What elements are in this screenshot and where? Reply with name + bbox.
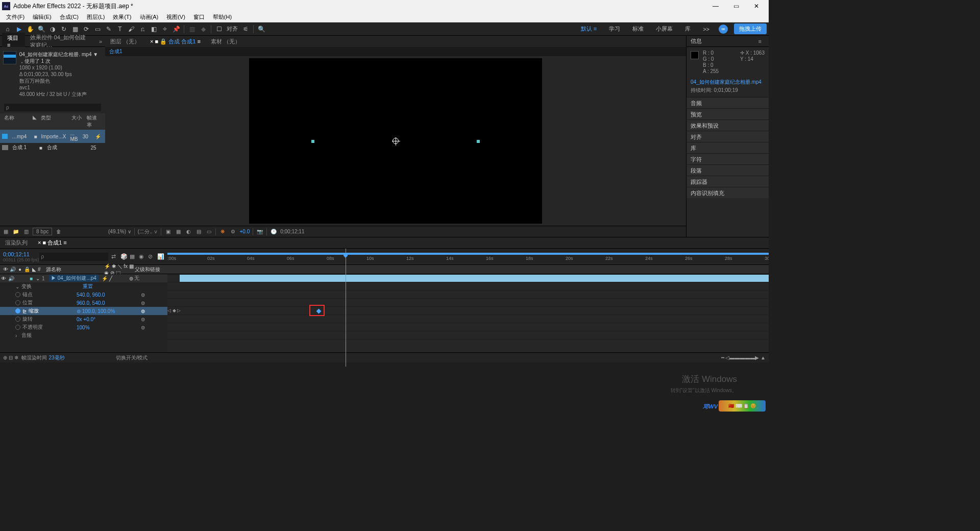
menu-edit[interactable]: 编辑(E) [29, 13, 56, 21]
comp-breadcrumb[interactable]: 合成1 [105, 47, 686, 56]
text-tool-icon[interactable]: T [115, 25, 125, 34]
project-panel-menu-icon[interactable]: » [96, 38, 105, 44]
project-item-video[interactable]: …mp4 ■ Importe...X ... MB 30 ⚡ [0, 130, 105, 143]
roi-icon[interactable]: ▣ [164, 228, 172, 235]
new-folder-icon[interactable]: 📁 [12, 228, 19, 235]
panel-audio[interactable]: 音频 [687, 97, 769, 108]
workspace-library[interactable]: 库 [682, 24, 694, 34]
workspace-small[interactable]: 小屏幕 [653, 24, 676, 34]
project-item-comp[interactable]: 合成 1 ■ 合成 25 [0, 143, 105, 152]
workspace-learn[interactable]: 学习 [606, 24, 623, 34]
panel-tracker[interactable]: 跟踪器 [687, 176, 769, 187]
tab-render-queue[interactable]: 渲染队列 [0, 237, 33, 248]
close-button[interactable]: ✕ [746, 0, 767, 12]
transform-handle-right[interactable] [477, 140, 480, 143]
menu-layer[interactable]: 图层(L) [83, 13, 109, 21]
interpret-icon[interactable]: ▦ [2, 228, 9, 235]
info-panel-tab[interactable]: 信息 ≡ [687, 36, 769, 47]
layer-row-1[interactable]: 👁🔊 ■ ⌄ 1 ▶ 04_如何创建...p4 ⚡ ╱ ⊚ 无 [0, 274, 167, 282]
panel-preview[interactable]: 预览 [687, 108, 769, 119]
transparency-icon[interactable]: ▦ [175, 228, 182, 235]
composition-viewer[interactable] [105, 56, 686, 226]
upload-button[interactable]: 拖拽上传 [734, 23, 767, 34]
stopwatch-anchor-icon[interactable] [15, 292, 20, 297]
stopwatch-rotation-icon[interactable] [15, 317, 20, 322]
anchor-point-icon[interactable] [393, 138, 399, 144]
stopwatch-opacity-icon[interactable] [15, 325, 20, 330]
zoom-dropdown[interactable]: (49.1%) ∨ [108, 229, 131, 234]
new-comp-icon[interactable]: ▥ [22, 228, 30, 235]
menu-composition[interactable]: 合成(C) [56, 13, 83, 21]
prop-opacity[interactable]: 不透明度 100% ⊚ [0, 323, 167, 331]
pen-tool-icon[interactable]: ✎ [104, 25, 113, 34]
solo-header-icon[interactable]: ● [16, 267, 23, 272]
col-parent[interactable]: 父级和链接 [135, 266, 165, 273]
selection-tool-icon[interactable]: ▶ [14, 25, 23, 34]
prop-rotation[interactable]: 旋转 0x +0.0° ⊚ [0, 315, 167, 323]
menu-effect[interactable]: 效果(T) [109, 13, 135, 21]
resolution-dropdown[interactable]: (二分.. ∨ [138, 228, 158, 235]
transform-group[interactable]: ⌄ 变换 重置 [0, 282, 167, 291]
menu-view[interactable]: 视图(V) [162, 13, 189, 21]
snap-options-icon[interactable]: ⚟ [241, 25, 250, 34]
maximize-button[interactable]: ▭ [726, 0, 746, 12]
menu-window[interactable]: 窗口 [189, 13, 209, 21]
transform-handle-left[interactable] [311, 140, 314, 143]
tab-layer-none[interactable]: 图层 （无） [105, 36, 145, 47]
timeline-search-input[interactable] [39, 253, 108, 261]
delete-icon[interactable]: 🗑 [55, 228, 62, 235]
panel-align[interactable]: 对齐 [687, 131, 769, 142]
timeline-tracks[interactable]: ◁ ◆ ▷ [167, 274, 769, 352]
snap-checkbox[interactable]: ☐ [214, 25, 224, 34]
time-ruler[interactable]: :00s02s04s06s08s10s12s14s16s18s20s22s24s… [167, 249, 769, 264]
toggle-modes-button[interactable]: 切换开关/模式 [116, 354, 148, 361]
color-mgmt-icon[interactable]: ❋ [219, 228, 226, 235]
stopwatch-position-icon[interactable] [15, 300, 20, 305]
snapshot-icon[interactable]: 📷 [256, 228, 263, 235]
graph-editor-icon[interactable]: 📊 [157, 253, 164, 260]
project-search-input[interactable] [4, 104, 101, 111]
lock-header-icon[interactable]: 🔒 [23, 267, 31, 272]
composition-canvas[interactable] [249, 58, 542, 224]
layer-name[interactable]: ▶ 04_如何创建...p4 [49, 275, 99, 282]
work-area-bar[interactable] [167, 253, 769, 255]
tab-timeline-comp[interactable]: × ■ 合成1 ≡ [33, 237, 72, 248]
toggle-switches-icon[interactable]: ⊕ ⊟ ❄ [3, 355, 18, 360]
eraser-tool-icon[interactable]: ◧ [149, 25, 158, 34]
channel-icon[interactable]: ▭ [205, 228, 212, 235]
tab-composition[interactable]: × ■ 🔒 合成 合成1 ≡ [145, 36, 206, 47]
menu-help[interactable]: 帮助(H) [209, 13, 236, 21]
audio-group[interactable]: › 音频 [0, 331, 167, 340]
panel-paragraph[interactable]: 段落 [687, 164, 769, 176]
panel-character[interactable]: 字符 [687, 153, 769, 164]
minimize-button[interactable]: — [705, 0, 726, 12]
mask-vis-icon[interactable]: ◐ [185, 228, 192, 235]
panel-effects-presets[interactable]: 效果和预设 [687, 119, 769, 131]
video-toggle-header-icon[interactable]: 👁 [2, 267, 9, 272]
preview-time-value[interactable]: 0;00;12;11 [280, 229, 304, 234]
shape-mode-icon[interactable]: ◆ [199, 25, 208, 34]
comp-mini-flow-icon[interactable]: ⇄ [111, 253, 118, 260]
menu-file[interactable]: 文件(F) [2, 13, 29, 21]
info-panel-menu-icon[interactable]: ≡ [755, 38, 765, 44]
zoom-slider[interactable]: ━ ◁▬▬▬▬▬▶ ▲ [721, 355, 766, 360]
panel-content-aware[interactable]: 内容识别填充 [687, 187, 769, 198]
exposure-value[interactable]: +0.0 [239, 229, 250, 234]
brush-tool-icon[interactable]: 🖌 [127, 25, 136, 34]
reset-exposure-icon[interactable]: ⚙ [229, 228, 236, 235]
tab-footage-none[interactable]: 素材 （无） [206, 36, 246, 47]
label-header-icon[interactable]: ◣ [31, 267, 38, 272]
draft3d-icon[interactable]: 🎲 [120, 253, 128, 260]
motion-blur-icon[interactable]: ⊘ [148, 253, 155, 260]
clone-tool-icon[interactable]: ⎌ [138, 25, 147, 34]
audio-toggle-header-icon[interactable]: 🔊 [9, 267, 16, 272]
mask-mode-icon[interactable]: ▥ [187, 25, 197, 34]
prop-anchor[interactable]: 锚点 540.0, 960.0 ⊚ [0, 291, 167, 299]
roto-tool-icon[interactable]: ✧ [160, 25, 169, 34]
panel-libraries[interactable]: 库 [687, 142, 769, 153]
col-source-name[interactable]: 源名称 [44, 266, 104, 273]
shy-icon[interactable]: ▦ [130, 253, 137, 260]
stopwatch-scale-icon[interactable] [15, 308, 20, 313]
workspace-default[interactable]: 默认 ≡ [578, 24, 600, 34]
workspace-more[interactable]: >> [700, 25, 713, 33]
